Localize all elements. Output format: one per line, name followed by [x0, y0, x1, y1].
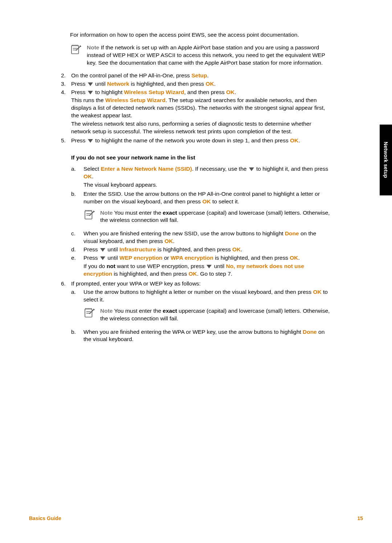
keyword-ok: OK [290, 255, 298, 261]
footer-left: Basics Guide [29, 515, 61, 522]
note-label: Note [100, 210, 113, 216]
sub-steps-list-1: a. Select Enter a New Network Name (SSID… [71, 165, 330, 279]
down-arrow-icon [88, 91, 93, 94]
note-text: Note You must enter the exact uppercase … [100, 307, 330, 323]
note-box-2: Note You must enter the exact uppercase … [83, 209, 330, 224]
down-arrow-icon [100, 256, 105, 260]
keyword-ok: OK [226, 89, 234, 95]
step-2: 2. On the control panel of the HP All-in… [61, 72, 330, 80]
note-icon [83, 209, 95, 220]
note-text: Note If the network is set up with an Ap… [87, 44, 330, 67]
note-text: Note You must enter the exact uppercase … [100, 209, 330, 224]
keyword-ok: OK [188, 271, 197, 277]
keyword-wireless-setup-wizard: Wireless Setup Wizard [124, 89, 184, 95]
note-icon [70, 44, 82, 55]
section-tab-label: Network setup [383, 142, 389, 178]
substep-b: b. Enter the SSID. Use the arrow buttons… [71, 190, 330, 230]
down-arrow-icon [88, 82, 93, 86]
step-5: 5. Press to highlight the name of the ne… [61, 137, 330, 279]
keyword-ok: OK [202, 198, 211, 204]
keyword-done: Done [285, 230, 299, 236]
main-steps-list: 2. On the control panel of the HP All-in… [61, 72, 330, 344]
section-tab: Network setup [380, 125, 392, 195]
keyword-enter-new-network: Enter a New Network Name (SSID) [101, 166, 192, 172]
keyword-ok: OK [164, 238, 173, 244]
sub-steps-list-2: a. Use the arrow buttons to highlight a … [71, 288, 330, 344]
keyword-ok: OK [313, 289, 321, 295]
substep-6a: a. Use the arrow buttons to highlight a … [71, 288, 330, 328]
sub-section-title: If you do not see your network name in t… [71, 154, 330, 162]
intro-paragraph: For information on how to open the acces… [70, 31, 330, 39]
substep-a: a. Select Enter a New Network Name (SSID… [71, 165, 330, 190]
note-box-3: Note You must enter the exact uppercase … [83, 307, 330, 323]
document-page: Network setup For information on how to … [0, 0, 392, 543]
step-3: 3. Press until Network is highlighted, a… [61, 80, 330, 88]
footer-page-number: 15 [357, 515, 363, 522]
note-label: Note [87, 44, 99, 50]
step-4: 4. Press to highlight Wireless Setup Wiz… [61, 89, 330, 137]
keyword-ok: OK [232, 246, 241, 252]
keyword-ok: OK [83, 173, 92, 179]
keyword-wep-encryption: WEP encryption [119, 255, 163, 261]
sub-section: If you do not see your network name in t… [71, 154, 330, 279]
substep-6b: b. When you are finished entering the WP… [71, 328, 330, 344]
page-footer: Basics Guide 15 [29, 515, 363, 522]
note-icon [83, 307, 95, 318]
substep-e: e. Press until WEP encryption or WPA enc… [71, 254, 330, 279]
down-arrow-icon [100, 248, 105, 252]
substep-c: c. When you are finished entering the ne… [71, 230, 330, 245]
substep-d: d. Press until Infrastructure is highlig… [71, 246, 330, 254]
note-box-1: Note If the network is set up with an Ap… [70, 44, 330, 67]
keyword-setup: Setup [191, 72, 207, 78]
keyword-network: Network [107, 81, 129, 87]
keyword-done: Done [303, 329, 317, 335]
keyword-wireless-setup-wizard: Wireless Setup Wizard [105, 97, 166, 103]
keyword-ok: OK [205, 81, 214, 87]
down-arrow-icon [88, 139, 93, 143]
note-label: Note [100, 308, 113, 314]
down-arrow-icon [207, 265, 212, 268]
keyword-ok: OK [290, 137, 298, 143]
down-arrow-icon [249, 167, 254, 171]
step-6: 6. If prompted, enter your WPA or WEP ke… [61, 280, 330, 344]
keyword-wpa-encryption: WPA encryption [171, 255, 213, 261]
keyword-infrastructure: Infrastructure [119, 246, 156, 252]
